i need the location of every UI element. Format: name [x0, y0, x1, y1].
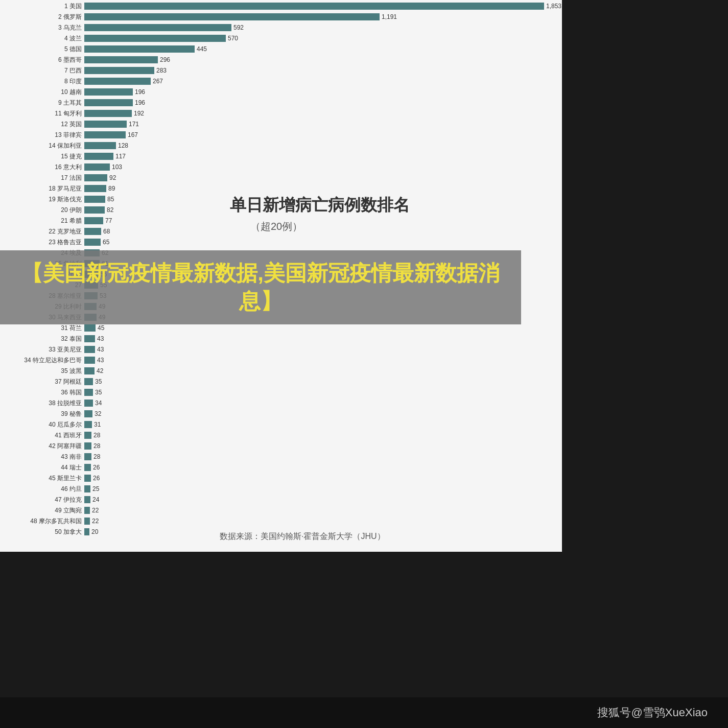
bar-row: 49 立陶宛22 [0, 505, 562, 515]
bar-fill [84, 35, 226, 42]
bar-fill [84, 367, 95, 374]
bar-label: 42 阿塞拜疆 [0, 442, 84, 451]
bar-label: 14 保加利亚 [0, 142, 84, 150]
bar-value: 68 [103, 228, 110, 235]
bar-row: 36 韩国35 [0, 387, 562, 397]
bar-label: 36 韩国 [0, 388, 84, 397]
bar-value: 128 [118, 142, 128, 149]
bar-label: 21 希腊 [0, 217, 84, 225]
bar-row: 39 秘鲁32 [0, 409, 562, 419]
bar-row: 46 约旦25 [0, 484, 562, 494]
bar-label: 15 捷克 [0, 152, 84, 161]
bar-fill [84, 78, 151, 85]
bar-label: 6 墨西哥 [0, 56, 84, 64]
bar-row: 1 美国1,853 [0, 1, 562, 11]
bar-label: 12 英国 [0, 120, 84, 129]
bar-row: 34 特立尼达和多巴哥43 [0, 355, 562, 365]
bar-fill [84, 346, 95, 353]
bar-label: 9 土耳其 [0, 99, 84, 107]
bar-fill [84, 453, 91, 460]
bar-value: 43 [97, 357, 104, 364]
bar-fill [84, 163, 110, 171]
bar-label: 48 摩尔多瓦共和国 [0, 517, 84, 526]
bar-fill [84, 56, 158, 63]
bar-fill [84, 239, 101, 246]
bar-value: 171 [129, 121, 139, 128]
bar-label: 11 匈牙利 [0, 109, 84, 118]
bar-value: 117 [115, 153, 126, 160]
bar-row: 4 波兰570 [0, 33, 562, 43]
bar-row: 44 瑞士26 [0, 462, 562, 473]
bar-fill [84, 142, 116, 149]
bottom-bar: 搜狐号@雪鸮XueXiao [0, 697, 728, 728]
bar-value: 82 [107, 206, 113, 214]
bar-row: 12 英国171 [0, 119, 562, 129]
bar-label: 17 法国 [0, 174, 84, 182]
bar-label: 37 阿根廷 [0, 378, 84, 386]
bar-fill [84, 432, 91, 439]
bar-fill [84, 421, 92, 428]
bar-fill [84, 464, 91, 471]
footer-logo: 搜狐号@雪鸮XueXiao [597, 705, 708, 720]
overlay-text: 【美国新冠疫情最新数据,美国新冠疫情最新数据消息】 [10, 260, 511, 315]
bar-row: 41 西班牙28 [0, 430, 562, 440]
bar-fill [84, 442, 91, 450]
bar-value: 35 [95, 389, 102, 396]
bar-value: 445 [197, 45, 207, 53]
bar-value: 167 [128, 131, 138, 138]
bar-label: 39 秘鲁 [0, 410, 84, 418]
bar-value: 28 [93, 432, 100, 439]
bar-label: 47 伊拉克 [0, 496, 84, 504]
bar-label: 49 立陶宛 [0, 506, 84, 515]
bar-value: 89 [108, 185, 115, 192]
bar-value: 32 [95, 410, 101, 417]
bar-row: 11 匈牙利192 [0, 108, 562, 119]
bar-value: 42 [97, 367, 103, 374]
bar-label: 13 菲律宾 [0, 131, 84, 139]
bar-value: 85 [107, 196, 114, 203]
bar-value: 65 [103, 239, 109, 246]
bar-label: 34 特立尼达和多巴哥 [0, 356, 84, 365]
bar-value: 592 [233, 24, 244, 31]
bar-label: 33 亚美尼亚 [0, 345, 84, 354]
bar-row: 18 罗马尼亚89 [0, 183, 562, 194]
bar-label: 2 俄罗斯 [0, 13, 84, 21]
bar-row: 2 俄罗斯1,191 [0, 12, 562, 22]
bar-value: 283 [156, 67, 167, 74]
bar-label: 46 约旦 [0, 485, 84, 494]
bar-fill [84, 357, 95, 364]
bar-value: 192 [134, 110, 144, 117]
bar-row: 10 越南196 [0, 87, 562, 97]
bar-row: 3 乌克兰592 [0, 22, 562, 33]
bar-row: 8 印度267 [0, 76, 562, 86]
bar-label: 7 巴西 [0, 66, 84, 75]
bar-fill [84, 217, 103, 224]
bar-value: 196 [135, 88, 145, 96]
bar-fill [84, 507, 90, 514]
bar-value: 25 [92, 485, 99, 492]
bar-row: 38 拉脱维亚34 [0, 398, 562, 408]
bar-label: 44 瑞士 [0, 463, 84, 472]
bar-value: 28 [93, 442, 100, 450]
bar-row: 42 阿塞拜疆28 [0, 441, 562, 451]
bar-value: 43 [97, 335, 104, 342]
bar-row: 23 格鲁吉亚65 [0, 237, 562, 247]
bar-fill [84, 131, 126, 138]
bar-value: 1,853 [546, 3, 561, 10]
bar-label: 43 南非 [0, 453, 84, 461]
bar-fill [84, 13, 380, 20]
bar-label: 23 格鲁吉亚 [0, 238, 84, 247]
bar-value: 35 [95, 378, 102, 385]
bar-value: 43 [97, 346, 104, 353]
bar-row: 13 菲律宾167 [0, 130, 562, 140]
bar-label: 10 越南 [0, 88, 84, 97]
bar-fill [84, 400, 93, 407]
bar-fill [84, 88, 133, 96]
bar-fill [84, 378, 93, 385]
bar-label: 40 厄瓜多尔 [0, 420, 84, 429]
bar-label: 31 荷兰 [0, 324, 84, 333]
bar-fill [84, 335, 95, 342]
bar-label: 35 波黑 [0, 367, 84, 375]
bar-row: 43 南非28 [0, 452, 562, 462]
bar-row: 45 斯里兰卡26 [0, 473, 562, 483]
